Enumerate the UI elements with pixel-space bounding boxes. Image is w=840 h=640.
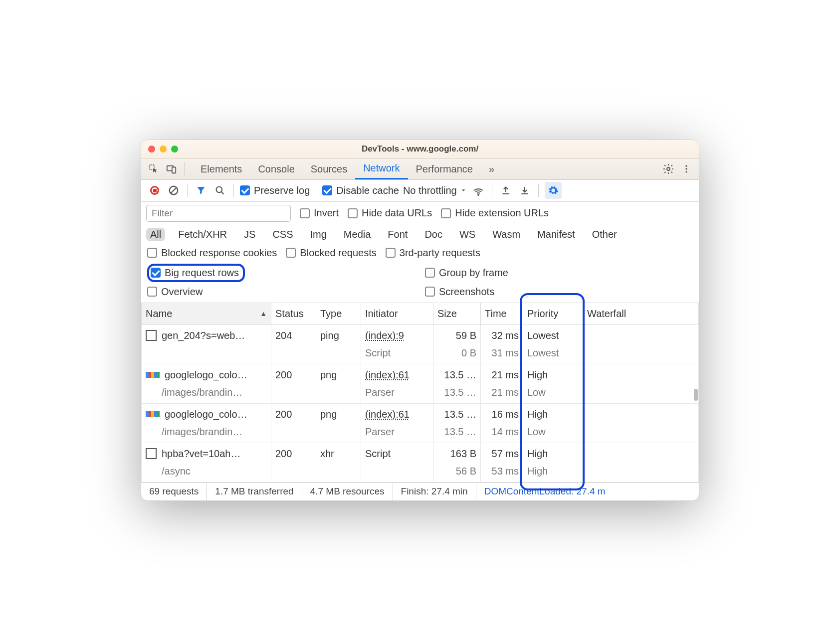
filter-options-row: Blocked response cookies Blocked request…: [141, 244, 699, 262]
table-row-sub[interactable]: Script0 B31 msLowest: [142, 344, 699, 364]
device-toolbar-icon[interactable]: [164, 161, 179, 176]
type-filter-manifest[interactable]: Manifest: [533, 228, 579, 241]
type-filter-doc[interactable]: Doc: [420, 228, 446, 241]
big-request-rows-highlight: Big request rows: [147, 264, 245, 282]
svg-rect-2: [172, 167, 176, 173]
tab-network[interactable]: Network: [355, 159, 408, 179]
big-request-rows-checkbox[interactable]: Big request rows: [151, 267, 239, 279]
scrollbar[interactable]: [693, 303, 698, 482]
invert-checkbox[interactable]: Invert: [300, 207, 339, 219]
column-type[interactable]: Type: [316, 303, 361, 325]
download-har-icon[interactable]: [517, 183, 532, 198]
network-table-wrap: Name▲StatusTypeInitiatorSizeTimePriority…: [141, 303, 699, 482]
status-requests: 69 requests: [141, 483, 207, 500]
window-close-button[interactable]: [148, 146, 155, 153]
column-status[interactable]: Status: [271, 303, 316, 325]
status-resources: 4.7 MB resources: [302, 483, 393, 500]
panel-tabbar: ElementsConsoleSourcesNetworkPerformance…: [141, 159, 699, 180]
type-filter-img[interactable]: Img: [306, 228, 331, 241]
resource-type-filter: AllFetch/XHRJSCSSImgMediaFontDocWSWasmMa…: [141, 225, 699, 244]
type-filter-ws[interactable]: WS: [455, 228, 479, 241]
column-priority[interactable]: Priority: [523, 303, 583, 325]
blocked-requests-checkbox[interactable]: Blocked requests: [286, 247, 376, 259]
type-filter-js[interactable]: JS: [240, 228, 259, 241]
inspect-element-icon[interactable]: [146, 161, 161, 176]
svg-point-9: [478, 194, 479, 195]
network-settings-icon[interactable]: [545, 182, 562, 199]
tabs-overflow-button[interactable]: »: [484, 163, 499, 175]
group-by-frame-checkbox[interactable]: Group by frame: [425, 264, 693, 282]
column-name[interactable]: Name▲: [142, 303, 271, 325]
more-menu-icon[interactable]: [679, 161, 694, 176]
blocked-cookies-checkbox[interactable]: Blocked response cookies: [147, 247, 277, 259]
tab-performance[interactable]: Performance: [408, 159, 481, 179]
type-filter-font[interactable]: Font: [384, 228, 412, 241]
overview-checkbox[interactable]: Overview: [147, 286, 415, 298]
display-options-grid: Big request rows Group by frame Overview…: [141, 262, 699, 303]
table-row[interactable]: googlelogo_colo…200png(index):6113.5 …16…: [142, 403, 699, 423]
status-dcl: DOMContentLoaded: 27.4 m: [476, 483, 614, 500]
tab-console[interactable]: Console: [250, 159, 302, 179]
table-row-sub[interactable]: /images/brandin…Parser13.5 …14 msLow: [142, 423, 699, 443]
network-toolbar: Preserve log Disable cache No throttling: [141, 180, 699, 202]
tab-sources[interactable]: Sources: [303, 159, 355, 179]
filter-icon[interactable]: [194, 183, 209, 198]
settings-gear-icon[interactable]: [661, 161, 676, 176]
status-finish: Finish: 27.4 min: [393, 483, 476, 500]
type-filter-css[interactable]: CSS: [268, 228, 297, 241]
type-filter-other[interactable]: Other: [588, 228, 621, 241]
type-filter-media[interactable]: Media: [340, 228, 375, 241]
search-icon[interactable]: [212, 183, 227, 198]
svg-point-8: [216, 187, 222, 193]
titlebar: DevTools - www.google.com/: [141, 140, 699, 159]
table-row-sub[interactable]: /images/brandin…Parser13.5 …21 msLow: [142, 384, 699, 404]
throttling-select[interactable]: No throttling: [403, 185, 467, 196]
window-zoom-button[interactable]: [171, 146, 178, 153]
clear-button[interactable]: [166, 183, 181, 198]
svg-point-6: [685, 171, 687, 172]
type-filter-fetchxhr[interactable]: Fetch/XHR: [174, 228, 231, 241]
hide-data-urls-checkbox[interactable]: Hide data URLs: [348, 207, 432, 219]
svg-point-3: [667, 167, 670, 170]
request-icon: [146, 330, 157, 341]
hide-extension-urls-checkbox[interactable]: Hide extension URLs: [441, 207, 549, 219]
google-logo-icon: [146, 372, 160, 378]
network-conditions-icon[interactable]: [471, 183, 486, 198]
tab-elements[interactable]: Elements: [193, 159, 250, 179]
screenshots-checkbox[interactable]: Screenshots: [425, 286, 693, 298]
google-logo-icon: [146, 411, 160, 417]
upload-har-icon[interactable]: [498, 183, 513, 198]
column-waterfall[interactable]: Waterfall: [583, 303, 699, 325]
third-party-checkbox[interactable]: 3rd-party requests: [386, 247, 480, 259]
filter-row: Invert Hide data URLs Hide extension URL…: [141, 202, 699, 225]
chevron-down-icon: [460, 187, 467, 194]
type-filter-wasm[interactable]: Wasm: [488, 228, 524, 241]
svg-point-4: [685, 165, 687, 167]
column-time[interactable]: Time: [481, 303, 523, 325]
column-size[interactable]: Size: [433, 303, 481, 325]
window-title: DevTools - www.google.com/: [141, 144, 699, 154]
network-table: Name▲StatusTypeInitiatorSizeTimePriority…: [141, 303, 699, 482]
column-initiator[interactable]: Initiator: [361, 303, 433, 325]
filter-input[interactable]: [146, 205, 291, 222]
table-row[interactable]: hpba?vet=10ah…200xhrScript163 B57 msHigh: [142, 443, 699, 463]
table-row[interactable]: googlelogo_colo…200png(index):6113.5 …21…: [142, 364, 699, 384]
preserve-log-checkbox[interactable]: Preserve log: [240, 185, 310, 196]
disable-cache-checkbox[interactable]: Disable cache: [322, 185, 399, 196]
table-row[interactable]: gen_204?s=web…204ping(index):959 B32 msL…: [142, 324, 699, 344]
record-button[interactable]: [147, 183, 162, 198]
request-icon: [146, 448, 157, 459]
window-minimize-button[interactable]: [160, 146, 167, 153]
type-filter-all[interactable]: All: [146, 228, 165, 241]
devtools-window: DevTools - www.google.com/ ElementsConso…: [141, 140, 699, 501]
status-transferred: 1.7 MB transferred: [207, 483, 302, 500]
svg-point-5: [685, 168, 687, 169]
status-bar: 69 requests 1.7 MB transferred 4.7 MB re…: [141, 482, 699, 500]
table-row-sub[interactable]: /async56 B53 msHigh: [142, 463, 699, 482]
